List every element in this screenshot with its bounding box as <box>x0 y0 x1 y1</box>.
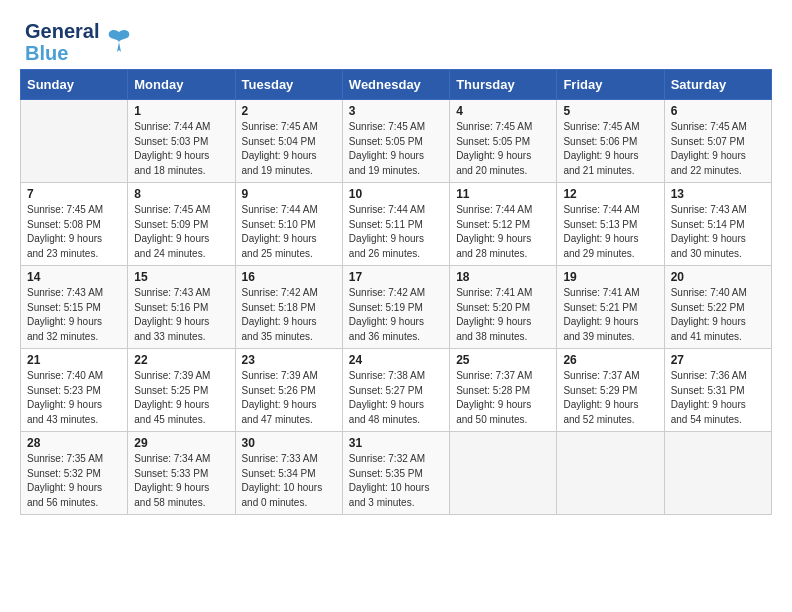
calendar-cell: 24Sunrise: 7:38 AM Sunset: 5:27 PM Dayli… <box>342 349 449 432</box>
day-info: Sunrise: 7:43 AM Sunset: 5:14 PM Dayligh… <box>671 203 765 261</box>
day-number: 10 <box>349 187 443 201</box>
day-number: 21 <box>27 353 121 367</box>
calendar-cell: 27Sunrise: 7:36 AM Sunset: 5:31 PM Dayli… <box>664 349 771 432</box>
day-number: 28 <box>27 436 121 450</box>
day-info: Sunrise: 7:45 AM Sunset: 5:05 PM Dayligh… <box>456 120 550 178</box>
calendar-cell: 17Sunrise: 7:42 AM Sunset: 5:19 PM Dayli… <box>342 266 449 349</box>
day-number: 24 <box>349 353 443 367</box>
calendar-cell: 4Sunrise: 7:45 AM Sunset: 5:05 PM Daylig… <box>450 100 557 183</box>
day-info: Sunrise: 7:44 AM Sunset: 5:12 PM Dayligh… <box>456 203 550 261</box>
calendar-cell <box>557 432 664 515</box>
day-info: Sunrise: 7:43 AM Sunset: 5:16 PM Dayligh… <box>134 286 228 344</box>
calendar-cell: 2Sunrise: 7:45 AM Sunset: 5:04 PM Daylig… <box>235 100 342 183</box>
day-number: 8 <box>134 187 228 201</box>
calendar-cell: 19Sunrise: 7:41 AM Sunset: 5:21 PM Dayli… <box>557 266 664 349</box>
day-info: Sunrise: 7:45 AM Sunset: 5:07 PM Dayligh… <box>671 120 765 178</box>
calendar-header-row: Sunday Monday Tuesday Wednesday Thursday… <box>21 70 772 100</box>
day-info: Sunrise: 7:41 AM Sunset: 5:20 PM Dayligh… <box>456 286 550 344</box>
logo-bird-icon <box>103 24 135 60</box>
calendar-cell: 12Sunrise: 7:44 AM Sunset: 5:13 PM Dayli… <box>557 183 664 266</box>
calendar-cell: 15Sunrise: 7:43 AM Sunset: 5:16 PM Dayli… <box>128 266 235 349</box>
day-number: 9 <box>242 187 336 201</box>
calendar-table: Sunday Monday Tuesday Wednesday Thursday… <box>20 69 772 515</box>
calendar-cell: 6Sunrise: 7:45 AM Sunset: 5:07 PM Daylig… <box>664 100 771 183</box>
day-number: 29 <box>134 436 228 450</box>
day-number: 18 <box>456 270 550 284</box>
day-info: Sunrise: 7:40 AM Sunset: 5:23 PM Dayligh… <box>27 369 121 427</box>
day-number: 12 <box>563 187 657 201</box>
day-info: Sunrise: 7:44 AM Sunset: 5:13 PM Dayligh… <box>563 203 657 261</box>
day-info: Sunrise: 7:43 AM Sunset: 5:15 PM Dayligh… <box>27 286 121 344</box>
day-info: Sunrise: 7:45 AM Sunset: 5:05 PM Dayligh… <box>349 120 443 178</box>
calendar-cell: 31Sunrise: 7:32 AM Sunset: 5:35 PM Dayli… <box>342 432 449 515</box>
calendar-cell: 21Sunrise: 7:40 AM Sunset: 5:23 PM Dayli… <box>21 349 128 432</box>
day-number: 16 <box>242 270 336 284</box>
day-number: 1 <box>134 104 228 118</box>
calendar-week-row: 28Sunrise: 7:35 AM Sunset: 5:32 PM Dayli… <box>21 432 772 515</box>
calendar-week-row: 14Sunrise: 7:43 AM Sunset: 5:15 PM Dayli… <box>21 266 772 349</box>
calendar-week-row: 7Sunrise: 7:45 AM Sunset: 5:08 PM Daylig… <box>21 183 772 266</box>
calendar-cell: 23Sunrise: 7:39 AM Sunset: 5:26 PM Dayli… <box>235 349 342 432</box>
calendar-cell: 5Sunrise: 7:45 AM Sunset: 5:06 PM Daylig… <box>557 100 664 183</box>
day-number: 31 <box>349 436 443 450</box>
day-number: 25 <box>456 353 550 367</box>
col-monday: Monday <box>128 70 235 100</box>
calendar-cell <box>21 100 128 183</box>
calendar-cell: 3Sunrise: 7:45 AM Sunset: 5:05 PM Daylig… <box>342 100 449 183</box>
day-number: 15 <box>134 270 228 284</box>
day-info: Sunrise: 7:45 AM Sunset: 5:09 PM Dayligh… <box>134 203 228 261</box>
day-info: Sunrise: 7:41 AM Sunset: 5:21 PM Dayligh… <box>563 286 657 344</box>
day-number: 19 <box>563 270 657 284</box>
logo-blue: Blue <box>25 42 99 64</box>
calendar-cell: 14Sunrise: 7:43 AM Sunset: 5:15 PM Dayli… <box>21 266 128 349</box>
day-info: Sunrise: 7:35 AM Sunset: 5:32 PM Dayligh… <box>27 452 121 510</box>
day-number: 4 <box>456 104 550 118</box>
calendar-cell: 9Sunrise: 7:44 AM Sunset: 5:10 PM Daylig… <box>235 183 342 266</box>
col-saturday: Saturday <box>664 70 771 100</box>
calendar-cell: 26Sunrise: 7:37 AM Sunset: 5:29 PM Dayli… <box>557 349 664 432</box>
day-info: Sunrise: 7:44 AM Sunset: 5:11 PM Dayligh… <box>349 203 443 261</box>
day-info: Sunrise: 7:44 AM Sunset: 5:03 PM Dayligh… <box>134 120 228 178</box>
day-number: 3 <box>349 104 443 118</box>
calendar-cell: 1Sunrise: 7:44 AM Sunset: 5:03 PM Daylig… <box>128 100 235 183</box>
col-wednesday: Wednesday <box>342 70 449 100</box>
calendar-cell: 29Sunrise: 7:34 AM Sunset: 5:33 PM Dayli… <box>128 432 235 515</box>
calendar-cell: 28Sunrise: 7:35 AM Sunset: 5:32 PM Dayli… <box>21 432 128 515</box>
day-info: Sunrise: 7:42 AM Sunset: 5:19 PM Dayligh… <box>349 286 443 344</box>
calendar-cell: 13Sunrise: 7:43 AM Sunset: 5:14 PM Dayli… <box>664 183 771 266</box>
calendar-cell: 25Sunrise: 7:37 AM Sunset: 5:28 PM Dayli… <box>450 349 557 432</box>
day-number: 26 <box>563 353 657 367</box>
calendar-cell: 30Sunrise: 7:33 AM Sunset: 5:34 PM Dayli… <box>235 432 342 515</box>
calendar-wrapper: Sunday Monday Tuesday Wednesday Thursday… <box>10 69 782 525</box>
day-number: 30 <box>242 436 336 450</box>
day-info: Sunrise: 7:44 AM Sunset: 5:10 PM Dayligh… <box>242 203 336 261</box>
day-number: 23 <box>242 353 336 367</box>
calendar-cell <box>450 432 557 515</box>
day-info: Sunrise: 7:38 AM Sunset: 5:27 PM Dayligh… <box>349 369 443 427</box>
day-number: 27 <box>671 353 765 367</box>
col-tuesday: Tuesday <box>235 70 342 100</box>
day-number: 6 <box>671 104 765 118</box>
day-info: Sunrise: 7:39 AM Sunset: 5:25 PM Dayligh… <box>134 369 228 427</box>
day-info: Sunrise: 7:33 AM Sunset: 5:34 PM Dayligh… <box>242 452 336 510</box>
day-number: 13 <box>671 187 765 201</box>
calendar-cell: 10Sunrise: 7:44 AM Sunset: 5:11 PM Dayli… <box>342 183 449 266</box>
day-info: Sunrise: 7:40 AM Sunset: 5:22 PM Dayligh… <box>671 286 765 344</box>
day-info: Sunrise: 7:45 AM Sunset: 5:04 PM Dayligh… <box>242 120 336 178</box>
day-info: Sunrise: 7:42 AM Sunset: 5:18 PM Dayligh… <box>242 286 336 344</box>
calendar-week-row: 21Sunrise: 7:40 AM Sunset: 5:23 PM Dayli… <box>21 349 772 432</box>
day-number: 5 <box>563 104 657 118</box>
page-header: General Blue <box>10 10 782 69</box>
day-number: 22 <box>134 353 228 367</box>
day-info: Sunrise: 7:37 AM Sunset: 5:28 PM Dayligh… <box>456 369 550 427</box>
col-friday: Friday <box>557 70 664 100</box>
day-number: 17 <box>349 270 443 284</box>
calendar-cell: 22Sunrise: 7:39 AM Sunset: 5:25 PM Dayli… <box>128 349 235 432</box>
day-info: Sunrise: 7:45 AM Sunset: 5:06 PM Dayligh… <box>563 120 657 178</box>
day-info: Sunrise: 7:34 AM Sunset: 5:33 PM Dayligh… <box>134 452 228 510</box>
day-info: Sunrise: 7:39 AM Sunset: 5:26 PM Dayligh… <box>242 369 336 427</box>
logo-general: General <box>25 20 99 42</box>
col-sunday: Sunday <box>21 70 128 100</box>
day-info: Sunrise: 7:32 AM Sunset: 5:35 PM Dayligh… <box>349 452 443 510</box>
calendar-cell: 16Sunrise: 7:42 AM Sunset: 5:18 PM Dayli… <box>235 266 342 349</box>
